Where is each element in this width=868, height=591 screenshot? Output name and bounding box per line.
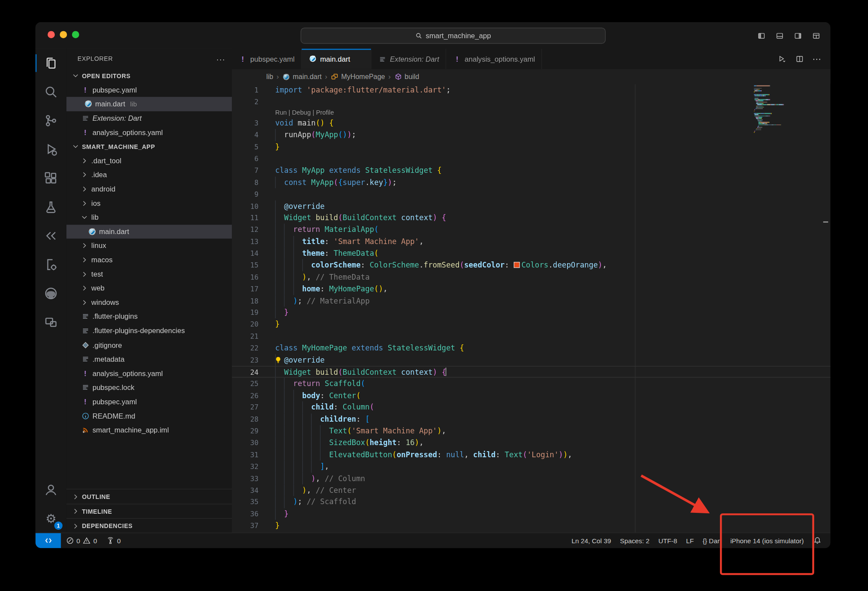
open-editor-item[interactable]: !pubspec.yaml bbox=[66, 83, 232, 97]
tab-Extension-Dart[interactable]: Extension: Dart bbox=[372, 49, 446, 69]
tree-file--metadata[interactable]: .metadata bbox=[66, 352, 232, 366]
breadcrumb-item-main-dart[interactable]: main.dart bbox=[282, 73, 322, 81]
line-number[interactable]: 16 bbox=[232, 271, 258, 283]
tree-folder--idea[interactable]: .idea bbox=[66, 168, 232, 182]
line-number[interactable]: 31 bbox=[232, 449, 258, 461]
open-editor-item[interactable]: !analysis_options.yaml bbox=[66, 125, 232, 140]
breadcrumb-item-build[interactable]: build bbox=[394, 73, 419, 81]
line-number[interactable]: 26 bbox=[232, 390, 258, 401]
zoom-window-button[interactable] bbox=[72, 31, 79, 38]
lightbulb-icon[interactable] bbox=[274, 356, 283, 364]
line-number[interactable]: 25 bbox=[232, 378, 258, 390]
line-number[interactable]: 32 bbox=[232, 461, 258, 472]
line-number[interactable]: 35 bbox=[232, 496, 258, 508]
line-number[interactable]: 23 bbox=[232, 354, 258, 366]
toggle-primary-sidebar-icon[interactable] bbox=[755, 29, 768, 42]
line-number[interactable]: 20 bbox=[232, 319, 258, 330]
line-number[interactable]: 12 bbox=[232, 224, 258, 235]
status-problems[interactable]: 00 bbox=[61, 533, 102, 548]
line-number[interactable]: 15 bbox=[232, 259, 258, 271]
tree-folder-linux[interactable]: linux bbox=[66, 239, 232, 253]
status-eol[interactable]: LF bbox=[682, 533, 698, 548]
line-number[interactable]: 3 bbox=[232, 117, 258, 129]
tree-folder-windows[interactable]: windows bbox=[66, 295, 232, 310]
line-number[interactable]: 8 bbox=[232, 176, 258, 188]
customize-layout-icon[interactable] bbox=[809, 29, 823, 42]
status-cursor-position[interactable]: Ln 24, Col 39 bbox=[567, 533, 615, 548]
close-icon[interactable] bbox=[356, 54, 364, 64]
breadcrumb-item-lib[interactable]: lib bbox=[266, 73, 273, 81]
line-number[interactable]: 1 bbox=[232, 84, 258, 96]
tab-pubspec-yaml[interactable]: !pubspec.yaml bbox=[232, 49, 302, 69]
status-encoding[interactable]: UTF-8 bbox=[654, 533, 682, 548]
line-number[interactable]: 29 bbox=[232, 425, 258, 437]
activity-bar-item-source-control[interactable] bbox=[36, 106, 66, 135]
tree-folder--dart-tool[interactable]: .dart_tool bbox=[66, 154, 232, 168]
line-number[interactable]: 10 bbox=[232, 200, 258, 212]
toggle-panel-icon[interactable] bbox=[773, 29, 786, 42]
tree-folder-macos[interactable]: macos bbox=[66, 253, 232, 267]
activity-bar-item-project-manager[interactable] bbox=[36, 250, 66, 279]
tree-folder-android[interactable]: android bbox=[66, 182, 232, 196]
line-number[interactable]: 19 bbox=[232, 307, 258, 318]
line-number[interactable]: 2 bbox=[232, 96, 258, 108]
breadcrumb-item-MyHomePage[interactable]: MyHomePage bbox=[331, 73, 385, 81]
tree-file-README-md[interactable]: README.md bbox=[66, 409, 232, 423]
open-editor-item[interactable]: Extension: Dart bbox=[66, 111, 232, 125]
line-number[interactable]: 4 bbox=[232, 129, 258, 141]
line-number[interactable]: 37 bbox=[232, 520, 258, 532]
activity-bar-item-settings[interactable]: ⚙1 bbox=[36, 504, 66, 533]
activity-bar-item-references[interactable] bbox=[36, 221, 66, 250]
tree-file-pubspec-yaml[interactable]: !pubspec.yaml bbox=[66, 395, 232, 409]
codelens-run-debug-profile[interactable]: Run | Debug | Profile bbox=[232, 108, 830, 117]
back-arrow-icon[interactable] bbox=[264, 29, 278, 42]
line-number[interactable]: 9 bbox=[232, 188, 258, 200]
section-header-outline[interactable]: OUTLINE bbox=[66, 489, 232, 504]
line-number[interactable]: 6 bbox=[232, 153, 258, 165]
status-device-selector[interactable]: iPhone 14 (ios simulator) bbox=[726, 533, 809, 548]
line-number[interactable]: 5 bbox=[232, 141, 258, 153]
tab-main-dart[interactable]: main.dart bbox=[302, 49, 372, 69]
tree-file--flutter-plugins-dependencies[interactable]: .flutter-plugins-dependencies bbox=[66, 324, 232, 338]
line-number[interactable]: 17 bbox=[232, 283, 258, 295]
line-number[interactable]: 14 bbox=[232, 248, 258, 259]
activity-bar-item-remote-explorer[interactable] bbox=[36, 308, 66, 337]
activity-bar-item-run-and-debug[interactable] bbox=[36, 135, 66, 164]
line-number[interactable]: 22 bbox=[232, 342, 258, 354]
section-header-project[interactable]: SMART_MACHINE_APP bbox=[66, 139, 232, 154]
section-header-open-editors[interactable]: OPEN EDITORS bbox=[66, 69, 232, 83]
activity-bar-item-search[interactable] bbox=[36, 77, 66, 106]
line-number[interactable]: 33 bbox=[232, 472, 258, 484]
close-window-button[interactable] bbox=[48, 31, 55, 38]
line-number[interactable]: 30 bbox=[232, 437, 258, 449]
tree-file-analysis-options-yaml[interactable]: !analysis_options.yaml bbox=[66, 366, 232, 380]
more-actions-icon[interactable]: ⋯ bbox=[812, 53, 822, 64]
status-notifications[interactable] bbox=[808, 533, 826, 548]
line-number[interactable]: 11 bbox=[232, 212, 258, 224]
command-center-search[interactable]: smart_machine_app bbox=[300, 28, 605, 44]
minimap[interactable] bbox=[754, 85, 802, 134]
line-number[interactable]: 36 bbox=[232, 508, 258, 520]
activity-bar-item-accounts[interactable] bbox=[36, 475, 66, 504]
minimize-window-button[interactable] bbox=[60, 31, 67, 38]
line-number[interactable]: 7 bbox=[232, 165, 258, 176]
views-and-more-actions-icon[interactable]: ··· bbox=[216, 54, 225, 63]
run-or-debug-icon[interactable] bbox=[776, 53, 787, 64]
activity-bar-item-github[interactable] bbox=[36, 279, 66, 308]
line-number[interactable]: 18 bbox=[232, 295, 258, 307]
tree-file--flutter-plugins[interactable]: .flutter-plugins bbox=[66, 310, 232, 324]
forward-arrow-icon[interactable] bbox=[281, 29, 295, 42]
activity-bar-item-testing[interactable] bbox=[36, 193, 66, 221]
line-number[interactable]: 24 bbox=[232, 366, 258, 377]
open-editor-item[interactable]: main.dartlib bbox=[66, 97, 232, 111]
activity-bar-item-extensions[interactable] bbox=[36, 164, 66, 192]
line-number[interactable]: 34 bbox=[232, 484, 258, 496]
status-indentation[interactable]: Spaces: 2 bbox=[615, 533, 653, 548]
tab-analysis-options-yaml[interactable]: !analysis_options.yaml bbox=[446, 49, 542, 69]
split-editor-icon[interactable] bbox=[794, 53, 805, 64]
tree-file-smart-machine-app-iml[interactable]: smart_machine_app.iml bbox=[66, 423, 232, 437]
remote-indicator[interactable] bbox=[36, 533, 61, 548]
tree-file-pubspec-lock[interactable]: pubspec.lock bbox=[66, 380, 232, 395]
toggle-secondary-sidebar-icon[interactable] bbox=[791, 29, 805, 42]
activity-bar-item-explorer[interactable] bbox=[36, 49, 66, 77]
